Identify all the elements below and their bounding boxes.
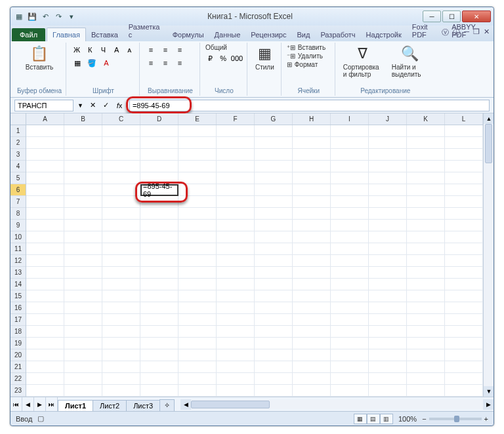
cell-B9[interactable] [64,220,102,231]
cell-F14[interactable] [217,279,255,290]
col-header-H[interactable]: H [293,113,331,125]
cell-B21[interactable] [64,361,102,373]
cell-F4[interactable] [217,161,255,172]
cell-F23[interactable] [217,385,255,397]
cell-B17[interactable] [64,314,102,326]
cell-E16[interactable] [178,302,217,314]
cell-I1[interactable] [331,125,369,137]
cell-G1[interactable] [255,125,293,137]
cell-L21[interactable] [445,361,483,373]
cell-B16[interactable] [64,302,102,314]
cell-J12[interactable] [369,255,407,267]
cell-L22[interactable] [445,373,483,385]
cell-A16[interactable] [26,302,64,314]
new-sheet-icon[interactable]: ✧ [159,399,175,411]
cell-C3[interactable] [102,149,140,161]
row-header-3[interactable]: 3 [10,149,26,161]
cell-C8[interactable] [102,208,140,220]
cell-A9[interactable] [26,220,64,231]
horizontal-scrollbar[interactable]: ◀ ▶ [180,397,494,411]
cell-J17[interactable] [369,314,407,326]
cell-A20[interactable] [26,349,64,361]
cell-A11[interactable] [26,243,64,255]
row-header-7[interactable]: 7 [10,196,26,208]
cell-I13[interactable] [331,267,369,279]
cell-L14[interactable] [445,279,483,290]
cell-F10[interactable] [217,231,255,243]
cell-A21[interactable] [26,361,64,373]
cell-E5[interactable] [178,172,217,184]
currency-icon[interactable]: ₽ [205,52,216,64]
cell-E6[interactable] [178,184,217,196]
underline-button[interactable]: Ч [98,44,108,56]
cell-H20[interactable] [293,349,331,361]
border-icon[interactable]: ▦ [72,57,83,69]
cell-F11[interactable] [217,243,255,255]
doc-restore-icon[interactable]: ❐ [473,28,480,37]
cell-A4[interactable] [26,161,64,172]
col-header-J[interactable]: J [369,113,407,125]
cell-J8[interactable] [369,208,407,220]
cell-B6[interactable] [64,184,102,196]
cell-G21[interactable] [255,361,293,373]
cells-grid[interactable]: =895-45-69 [26,125,483,397]
cell-L23[interactable] [445,385,483,397]
cell-I3[interactable] [331,149,369,161]
scroll-left-icon[interactable]: ◀ [180,399,191,410]
row-header-19[interactable]: 19 [10,338,26,349]
cell-B2[interactable] [64,137,102,149]
save-icon[interactable]: 💾 [26,10,38,22]
cell-A7[interactable] [26,196,64,208]
cell-G12[interactable] [255,255,293,267]
cell-F12[interactable] [217,255,255,267]
row-header-17[interactable]: 17 [10,314,26,326]
cell-K21[interactable] [407,361,445,373]
insert-cells-button[interactable]: ⁺⊞ Вставить [287,44,331,51]
row-header-2[interactable]: 2 [10,137,26,149]
prev-sheet-icon[interactable]: ◀ [22,397,34,412]
cell-B1[interactable] [64,125,102,137]
cell-D4[interactable] [140,161,178,172]
doc-close-icon[interactable]: ✕ [484,28,490,37]
row-header-13[interactable]: 13 [10,267,26,279]
next-sheet-icon[interactable]: ▶ [34,397,46,412]
fill-color-icon[interactable]: 🪣 [86,57,98,69]
cell-K2[interactable] [407,137,445,149]
cell-A15[interactable] [26,290,64,302]
cell-H5[interactable] [293,172,331,184]
cell-E3[interactable] [178,149,217,161]
cell-G6[interactable] [255,184,293,196]
cell-J22[interactable] [369,373,407,385]
cell-K12[interactable] [407,255,445,267]
cell-C10[interactable] [102,231,140,243]
cell-J19[interactable] [369,338,407,349]
align-bottom-icon[interactable]: ≡ [174,44,186,56]
cell-C14[interactable] [102,279,140,290]
cell-A18[interactable] [26,326,64,338]
cell-D18[interactable] [140,326,178,338]
cell-L19[interactable] [445,338,483,349]
cell-J13[interactable] [369,267,407,279]
cell-C2[interactable] [102,137,140,149]
cell-F19[interactable] [217,338,255,349]
cell-I2[interactable] [331,137,369,149]
row-header-23[interactable]: 23 [10,385,26,397]
cell-K17[interactable] [407,314,445,326]
cell-H16[interactable] [293,302,331,314]
cell-C7[interactable] [102,196,140,208]
cell-H4[interactable] [293,161,331,172]
align-top-icon[interactable]: ≡ [145,44,157,56]
cell-E22[interactable] [178,373,217,385]
cell-C21[interactable] [102,361,140,373]
cell-F22[interactable] [217,373,255,385]
undo-icon[interactable]: ↶ [39,10,51,22]
cell-K16[interactable] [407,302,445,314]
cell-F5[interactable] [217,172,255,184]
col-header-G[interactable]: G [255,113,293,125]
cell-F7[interactable] [217,196,255,208]
cell-C11[interactable] [102,243,140,255]
cell-B18[interactable] [64,326,102,338]
cell-I4[interactable] [331,161,369,172]
cell-J15[interactable] [369,290,407,302]
cell-D16[interactable] [140,302,178,314]
